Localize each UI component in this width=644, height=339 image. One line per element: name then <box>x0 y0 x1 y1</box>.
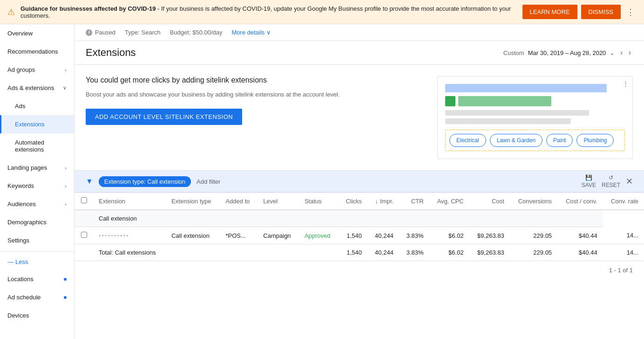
less-button[interactable]: — Less <box>0 254 74 270</box>
sidebar-item-settings[interactable]: Settings <box>0 231 74 249</box>
total-row: Total: Call extensions 1,540 40,244 3.83… <box>75 244 644 261</box>
more-details-label: More details <box>232 29 265 36</box>
sidebar-item-overview[interactable]: Overview <box>0 24 74 42</box>
total-impr: 40,244 <box>367 244 399 261</box>
sidebar-item-ad-schedule[interactable]: Ad schedule <box>0 288 74 306</box>
sidebar-item-keywords[interactable]: Keywords › <box>0 177 74 195</box>
cell-clicks: 1,540 <box>339 227 367 244</box>
ad-preview: ⋮ Electrical Lawn & Garden Paint Plumbin… <box>437 76 633 159</box>
col-header-extension[interactable]: Extension <box>93 193 166 210</box>
group-label: Call extension <box>93 210 603 227</box>
filter-chip[interactable]: Extension type: Call extension <box>99 176 191 187</box>
date-range-picker[interactable]: Custom Mar 30, 2019 – Aug 28, 2020 ⌄ ‹ › <box>503 47 633 59</box>
status-paused: Paused <box>86 29 115 36</box>
sidebar-item-audiences[interactable]: Audiences › <box>0 195 74 213</box>
select-all-header <box>75 193 93 210</box>
date-range-value: Mar 30, 2019 – Aug 28, 2020 <box>528 49 606 56</box>
cell-status: Approved <box>299 227 339 244</box>
sidebar-item-locations[interactable]: Locations <box>0 270 74 288</box>
sidebar-item-ad-groups[interactable]: Ad groups › <box>0 61 74 79</box>
group-checkbox-cell <box>75 210 93 227</box>
preview-logo-row <box>445 96 625 106</box>
sidebar-label-audiences: Audiences <box>7 201 36 208</box>
col-header-extension-type[interactable]: Extension type <box>166 193 220 210</box>
row-checkbox[interactable] <box>81 232 87 238</box>
select-all-checkbox[interactable] <box>81 197 87 203</box>
close-filter-button[interactable]: ✕ <box>626 176 633 187</box>
cell-extension: •••••••••• <box>93 227 166 244</box>
status-col-label: Status <box>305 198 322 205</box>
cell-added-to: *POS... <box>220 227 258 244</box>
conv-rate-col-label: Conv. rate <box>611 198 638 205</box>
total-status <box>299 244 339 261</box>
col-header-conv-rate[interactable]: Conv. rate <box>603 193 644 210</box>
sidebar-item-extensions[interactable]: Extensions <box>0 115 74 133</box>
col-header-level[interactable]: Level <box>258 193 299 210</box>
preview-link-plumbing: Plumbing <box>576 134 614 147</box>
banner-text: Guidance for businesses affected by COVI… <box>20 5 517 19</box>
col-header-cost-conv[interactable]: Cost / conv. <box>557 193 603 210</box>
reset-filter-button[interactable]: ↺ RESET <box>602 174 620 188</box>
preview-headline-bar <box>445 84 607 92</box>
sidebar-label-devices: Devices <box>7 312 29 319</box>
avg-cpc-col-label: Avg. CPC <box>437 198 464 205</box>
add-filter-button[interactable]: Add filter <box>197 178 220 185</box>
save-label: SAVE <box>582 182 596 188</box>
sidebar-label-ads: Ads <box>15 103 25 110</box>
add-extension-button[interactable]: ADD ACCOUNT LEVEL SITELINK EXTENSION <box>86 109 242 125</box>
promo-title: You could get more clicks by adding site… <box>86 76 426 84</box>
cell-cost: $9,263.83 <box>469 227 510 244</box>
extension-redacted: •••••••••• <box>99 232 129 239</box>
sidebar-label-overview: Overview <box>7 30 33 37</box>
total-added-to <box>220 244 258 261</box>
preview-url-bar <box>458 96 551 106</box>
page-header: Extensions Custom Mar 30, 2019 – Aug 28,… <box>75 41 644 65</box>
warning-icon: ⚠ <box>7 7 15 17</box>
added-to-col-label: Added to <box>225 198 250 205</box>
date-prev-button[interactable]: ‹ <box>618 47 624 59</box>
banner-actions: LEARN MORE DISMISS ⋮ <box>522 5 637 19</box>
cell-level: Campaign <box>258 227 299 244</box>
date-next-button[interactable]: › <box>627 47 633 59</box>
sidebar: Overview Recommendations Ad groups › Ads… <box>0 24 75 339</box>
date-nav: ‹ › <box>618 47 633 59</box>
more-details-button[interactable]: More details ∨ <box>232 29 271 36</box>
level-col-label: Level <box>263 198 278 205</box>
preview-more-icon[interactable]: ⋮ <box>623 80 629 87</box>
covid-banner: ⚠ Guidance for businesses affected by CO… <box>0 0 644 24</box>
sidebar-label-ad-schedule: Ad schedule <box>7 294 41 301</box>
sidebar-item-ads-extensions[interactable]: Ads & extensions ∨ <box>0 79 74 97</box>
col-header-conversions[interactable]: Conversions <box>510 193 557 210</box>
total-cost: $9,263.83 <box>469 244 510 261</box>
sidebar-item-ads[interactable]: Ads <box>0 97 74 115</box>
sort-down-arrow: ↓ <box>375 198 378 205</box>
cell-extension-type: Call extension <box>166 227 220 244</box>
sidebar-item-devices[interactable]: Devices <box>0 306 74 325</box>
col-header-added-to[interactable]: Added to <box>220 193 258 210</box>
col-header-avg-cpc[interactable]: Avg. CPC <box>429 193 469 210</box>
cell-cost-conv: $40.44 <box>557 227 603 244</box>
chevron-right-icon: › <box>65 67 67 73</box>
dismiss-button[interactable]: DISMISS <box>581 5 621 19</box>
sidebar-item-recommendations[interactable]: Recommendations <box>0 42 74 61</box>
sidebar-label-locations: Locations <box>7 276 34 283</box>
banner-more-icon[interactable]: ⋮ <box>624 5 637 19</box>
col-header-clicks[interactable]: Clicks <box>339 193 367 210</box>
cell-conv-rate: 14... <box>603 227 644 244</box>
save-filter-button[interactable]: 💾 SAVE <box>582 174 596 188</box>
cost-col-label: Cost <box>492 198 504 205</box>
chevron-down-icon: ∨ <box>266 29 271 36</box>
col-header-status[interactable]: Status <box>299 193 339 210</box>
learn-more-button[interactable]: LEARN MORE <box>522 5 577 19</box>
promo-description: Boost your ads and showcase your busines… <box>86 90 426 99</box>
sidebar-item-landing-pages[interactable]: Landing pages › <box>0 159 74 177</box>
sidebar-item-demographics[interactable]: Demographics <box>0 213 74 231</box>
col-header-ctr[interactable]: CTR <box>399 193 429 210</box>
budget-value: $50.00/day <box>192 29 222 36</box>
sidebar-item-automated-extensions[interactable]: Automated extensions <box>0 133 74 159</box>
col-header-cost[interactable]: Cost <box>469 193 510 210</box>
type-value: Search <box>142 29 161 36</box>
col-header-impr[interactable]: ↓ Impr. <box>367 193 399 210</box>
type-label: Type: <box>125 29 140 36</box>
sidebar-label-automated-extensions: Automated extensions <box>15 139 67 153</box>
